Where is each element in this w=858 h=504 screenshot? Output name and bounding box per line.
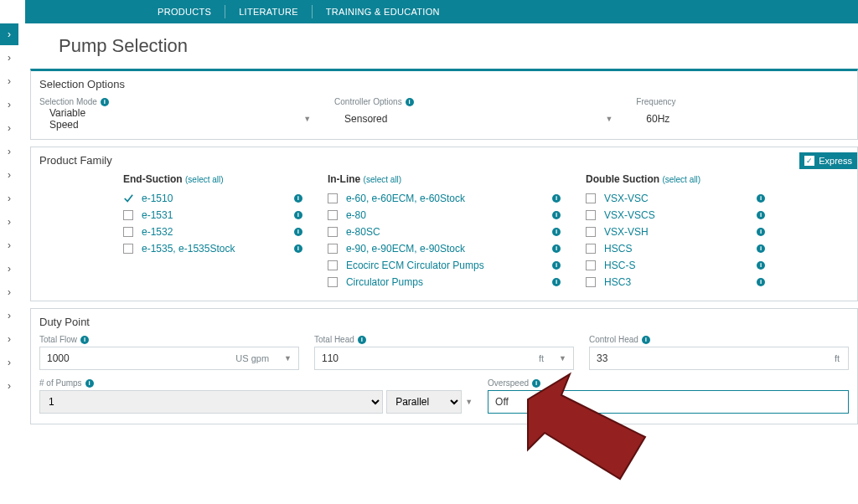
info-icon[interactable]: i	[552, 278, 561, 286]
product-family-item[interactable]: e-90, e-90ECM, e-90Stocki	[328, 240, 561, 257]
info-icon[interactable]: i	[101, 98, 109, 106]
overspeed-input[interactable]	[488, 391, 848, 413]
product-family-item[interactable]: VSX-VSCSi	[586, 207, 765, 224]
product-family-item-label[interactable]: VSX-VSH	[604, 226, 743, 238]
product-family-item[interactable]: Ecocirc ECM Circulator Pumpsi	[328, 257, 561, 274]
rail-tab[interactable]: ›	[0, 94, 18, 116]
rail-tab[interactable]: ›	[0, 328, 18, 350]
rail-tab[interactable]: ›	[0, 281, 18, 303]
product-family-item[interactable]: HSCSi	[586, 240, 765, 257]
select-all-double-suction[interactable]: (select all)	[662, 175, 700, 184]
info-icon[interactable]: i	[757, 211, 765, 219]
checkbox-icon[interactable]	[123, 227, 133, 237]
info-icon[interactable]: i	[757, 278, 765, 286]
num-pumps-select[interactable]: 1	[39, 390, 383, 414]
info-icon[interactable]: i	[552, 194, 561, 203]
product-family-item[interactable]: e-80SCi	[328, 224, 561, 240]
product-family-item[interactable]: VSX-VSHi	[586, 224, 765, 240]
product-family-item-label[interactable]: HSC3	[604, 276, 743, 288]
checkbox-icon[interactable]	[586, 193, 596, 203]
info-icon[interactable]: i	[406, 98, 414, 106]
product-family-item-label[interactable]: HSCS	[604, 243, 743, 255]
info-icon[interactable]: i	[757, 194, 765, 203]
product-family-item-label[interactable]: e-1510	[142, 193, 281, 204]
info-icon[interactable]: i	[552, 261, 561, 270]
frequency-dropdown[interactable]: 60Hz ▼	[636, 109, 858, 129]
rail-tab[interactable]: ›	[0, 211, 18, 233]
product-family-item-label[interactable]: e-60, e-60ECM, e-60Stock	[346, 193, 539, 204]
info-icon[interactable]: i	[642, 336, 650, 344]
checkbox-icon[interactable]	[586, 227, 596, 237]
rail-tab[interactable]: ›	[0, 352, 18, 373]
product-family-item[interactable]: Circulator Pumpsi	[328, 274, 561, 291]
rail-tab[interactable]: ›	[0, 305, 18, 327]
selection-mode-dropdown[interactable]: Variable Speed ▼	[39, 109, 318, 129]
rail-tab[interactable]: ›	[0, 47, 18, 69]
checkbox-icon[interactable]	[586, 277, 596, 287]
checkbox-icon[interactable]	[328, 277, 338, 287]
express-mode-toggle[interactable]: ✓ Express	[799, 152, 857, 169]
product-family-item-label[interactable]: Circulator Pumps	[346, 276, 539, 288]
info-icon[interactable]: i	[532, 379, 540, 388]
rail-tab[interactable]: ›	[0, 117, 18, 139]
product-family-item[interactable]: HSC3i	[586, 274, 765, 291]
info-icon[interactable]: i	[294, 211, 302, 219]
product-family-item-label[interactable]: Ecocirc ECM Circulator Pumps	[346, 260, 539, 271]
product-family-item[interactable]: e-60, e-60ECM, e-60Stocki	[328, 190, 561, 207]
select-all-end-suction[interactable]: (select all)	[185, 175, 224, 184]
product-family-item-label[interactable]: HSC-S	[604, 260, 743, 271]
nav-training[interactable]: TRAINING & EDUCATION	[313, 5, 453, 18]
select-all-in-line[interactable]: (select all)	[364, 175, 402, 184]
checkbox-icon[interactable]	[328, 227, 338, 237]
checkbox-icon[interactable]	[586, 244, 596, 254]
product-family-item[interactable]: VSX-VSCi	[586, 190, 765, 207]
rail-tab[interactable]: ›	[0, 188, 18, 209]
chevron-down-icon[interactable]: ▼	[552, 347, 573, 369]
control-head-input[interactable]	[590, 347, 826, 369]
info-icon[interactable]: i	[552, 211, 561, 219]
checkbox-icon[interactable]	[328, 260, 338, 270]
check-icon[interactable]	[123, 193, 133, 203]
product-family-item-label[interactable]: e-80SC	[346, 226, 539, 238]
info-icon[interactable]: i	[552, 228, 561, 236]
nav-products[interactable]: PRODUCTS	[144, 5, 225, 18]
product-family-item[interactable]: e-1535, e-1535Stocki	[123, 240, 302, 257]
info-icon[interactable]: i	[294, 244, 302, 253]
checkbox-icon[interactable]	[123, 244, 133, 254]
info-icon[interactable]: i	[85, 379, 94, 388]
info-icon[interactable]: i	[757, 244, 765, 253]
rail-tab[interactable]: ›	[0, 258, 18, 280]
rail-tab[interactable]: ›	[0, 141, 18, 162]
product-family-item-label[interactable]: VSX-VSCS	[604, 209, 743, 221]
checkbox-icon[interactable]	[328, 210, 338, 220]
checkbox-icon[interactable]	[123, 210, 133, 220]
product-family-item-label[interactable]: e-1531	[142, 209, 281, 221]
product-family-item[interactable]: e-1531i	[123, 207, 302, 224]
product-family-item-label[interactable]: VSX-VSC	[604, 193, 743, 204]
product-family-item[interactable]: e-1510i	[123, 190, 302, 207]
info-icon[interactable]: i	[294, 228, 302, 236]
product-family-item[interactable]: e-1532i	[123, 224, 302, 240]
chevron-down-icon[interactable]: ▼	[277, 347, 298, 369]
rail-tab[interactable]: ›	[0, 70, 18, 92]
info-icon[interactable]: i	[358, 336, 366, 344]
rail-tab[interactable]: ›	[0, 375, 18, 397]
rail-tab[interactable]: ›	[0, 164, 18, 186]
total-flow-input[interactable]	[40, 347, 227, 369]
nav-literature[interactable]: LITERATURE	[225, 5, 313, 18]
product-family-item-label[interactable]: e-90, e-90ECM, e-90Stock	[346, 243, 539, 255]
checkbox-icon[interactable]	[586, 210, 596, 220]
product-family-item-label[interactable]: e-1532	[142, 226, 281, 238]
product-family-item-label[interactable]: e-80	[346, 209, 539, 221]
product-family-item[interactable]: e-80i	[328, 207, 561, 224]
info-icon[interactable]: i	[552, 244, 561, 253]
checkbox-icon[interactable]	[586, 260, 596, 270]
controller-options-dropdown[interactable]: Sensored ▼	[334, 109, 619, 129]
checkbox-icon[interactable]	[328, 244, 338, 254]
total-head-input[interactable]	[315, 347, 530, 369]
info-icon[interactable]: i	[294, 194, 302, 203]
info-icon[interactable]: i	[757, 261, 765, 270]
arrangement-select[interactable]: Parallel	[386, 390, 462, 414]
info-icon[interactable]: i	[757, 228, 765, 236]
product-family-item[interactable]: HSC-Si	[586, 257, 765, 274]
